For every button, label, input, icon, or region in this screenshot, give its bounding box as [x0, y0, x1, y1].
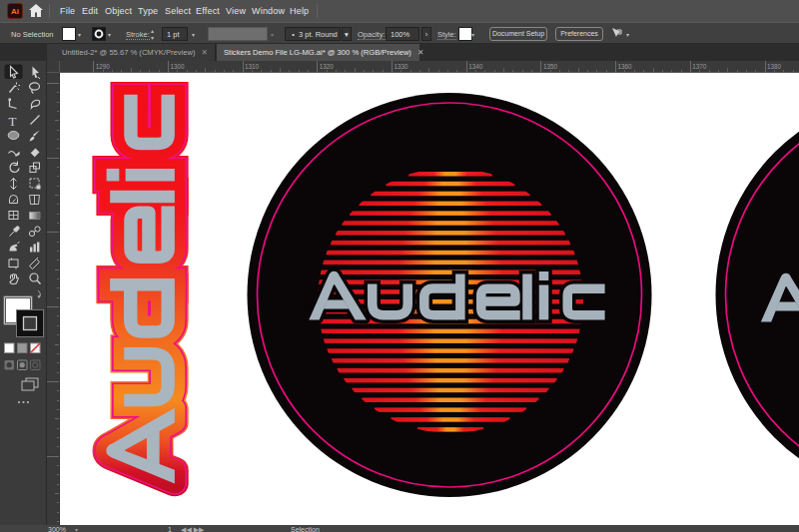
svg-text:T: T [9, 114, 17, 129]
